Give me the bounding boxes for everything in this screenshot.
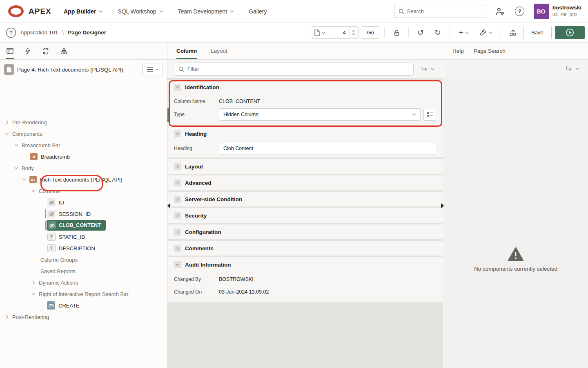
tree-root[interactable]: Page 4: Rich Text documents (PL/SQL API) (0, 61, 167, 79)
page-number-input[interactable] (329, 27, 349, 38)
go-to-group-button[interactable] (566, 66, 579, 72)
tab-help[interactable]: Help (448, 43, 469, 59)
empty-state-message: No components currently selected (474, 266, 557, 272)
page-number-stepper[interactable] (349, 27, 358, 38)
tree-node-rich-text-region[interactable]: Rich Text documents (PL/SQL API) (0, 174, 167, 185)
tree-node-column-session-id[interactable]: SESSION_ID (0, 208, 167, 220)
breadcrumb-separator: \ (62, 29, 64, 36)
redo-button[interactable]: ↻ (431, 26, 445, 39)
up-to-app-icon[interactable] (6, 27, 16, 38)
help-button[interactable]: ? (512, 3, 528, 20)
admin-button[interactable] (492, 3, 508, 20)
user-info[interactable]: bostrowski uc_rte_pro (552, 4, 581, 18)
undo-button[interactable]: ↺ (414, 26, 428, 39)
tab-dynamic-actions[interactable] (20, 43, 36, 59)
interactive-report-icon (29, 176, 37, 183)
oracle-logo-icon (8, 5, 24, 17)
tree-node-body[interactable]: Body (0, 162, 167, 174)
tree-node-saved-reports[interactable]: Saved Reports (0, 265, 167, 277)
splitter-collapse-right[interactable] (441, 203, 446, 208)
go-to-group-button[interactable] (421, 66, 434, 72)
tree-node-components[interactable]: Components (0, 128, 167, 139)
tab-page-shared-components[interactable] (56, 43, 72, 59)
tree-node-column-groups[interactable]: Column Groups (0, 254, 167, 265)
section-advanced-header[interactable]: Advanced (167, 175, 443, 190)
chevron-right-icon (5, 120, 9, 124)
expand-icon[interactable] (174, 229, 181, 236)
hidden-column-icon (47, 210, 56, 218)
tab-page-search[interactable]: Page Search (469, 43, 510, 59)
menu-sql-workshop[interactable]: SQL Workshop (112, 5, 169, 18)
page-picker-button[interactable] (311, 27, 329, 38)
shapes-icon (60, 47, 67, 54)
expand-icon[interactable] (174, 180, 181, 186)
section-server-side-condition-header[interactable]: Server-side Condition (167, 192, 443, 206)
chevron-down-icon (5, 132, 9, 135)
app-header: APEX App Builder SQL Workshop Team Devel… (0, 0, 588, 23)
splitter-collapse-left[interactable] (165, 203, 170, 208)
search-input[interactable] (407, 8, 477, 14)
tab-layout[interactable]: Layout (206, 43, 232, 59)
user-avatar[interactable]: BO (534, 4, 549, 19)
tab-column[interactable]: Column (172, 43, 202, 59)
tree-node-dynamic-actions[interactable]: Dynamic Actions (0, 277, 167, 288)
tree-menu-button[interactable] (143, 63, 163, 76)
section-audit-information-header[interactable]: Audit Information (167, 257, 443, 272)
report-layout-icon (7, 48, 13, 54)
go-button[interactable]: Go (362, 26, 379, 39)
quick-pick-button[interactable] (423, 109, 436, 121)
section-identification-header[interactable]: Identification (167, 80, 443, 94)
radio-list-icon (427, 112, 433, 117)
tree-node-breadcrumb-bar[interactable]: Breadcrumb Bar (0, 139, 167, 151)
run-page-button[interactable] (555, 26, 585, 39)
tab-processing[interactable] (38, 43, 54, 59)
chevron-down-icon (31, 293, 36, 295)
tree-node-create-button[interactable]: CREATE (0, 300, 167, 311)
collapse-icon[interactable] (174, 130, 181, 137)
menu-gallery[interactable]: Gallery (243, 5, 272, 18)
chevron-down-icon (575, 67, 579, 70)
tree-node-column-clob-content[interactable]: CLOB_CONTENT (0, 220, 167, 231)
section-comments-header[interactable]: Comments (167, 241, 443, 256)
rendering-tree-panel: Page 4: Rich Text documents (PL/SQL API)… (0, 43, 167, 368)
lock-button[interactable] (390, 26, 403, 39)
expand-icon[interactable] (174, 212, 181, 219)
tree-node-column-static-id[interactable]: T STATIC_ID (0, 231, 167, 242)
section-layout: Layout (167, 159, 443, 174)
tree-node-post-rendering[interactable]: Post-Rendering (0, 311, 167, 323)
filter-input[interactable] (187, 66, 409, 72)
tab-rendering[interactable] (2, 43, 18, 59)
tree-node-right-of-ir-search-bar[interactable]: Right of Interactive Report Search Bar (0, 288, 167, 300)
collapse-icon[interactable] (174, 261, 181, 268)
tree-node-breadcrumb[interactable]: » Breadcrumb (0, 151, 167, 162)
menu-team-development[interactable]: Team Development (172, 5, 240, 18)
section-security-header[interactable]: Security (167, 208, 443, 223)
text-column-icon: T (47, 233, 56, 241)
menu-app-builder[interactable]: App Builder (58, 5, 109, 18)
tree-node-column-id[interactable]: ID (0, 197, 167, 208)
section-heading-header[interactable]: Heading (167, 126, 443, 141)
tree-node-pre-rendering[interactable]: Pre-Rendering (0, 117, 167, 128)
chevron-down-icon (99, 10, 103, 13)
breadcrumb-application-link[interactable]: Application 101 (20, 29, 58, 36)
field-column-name: Column Name CLOB_CONTENT (167, 96, 443, 107)
search-icon (178, 66, 184, 72)
section-configuration-header[interactable]: Configuration (167, 224, 443, 239)
create-menu-button[interactable]: + (455, 26, 473, 39)
expand-icon[interactable] (174, 196, 181, 203)
collapse-icon[interactable] (174, 84, 181, 91)
type-select[interactable]: Hidden Column (219, 108, 421, 121)
left-panel-tabs (0, 43, 167, 60)
save-button[interactable]: Save (523, 26, 552, 39)
divider (408, 27, 409, 38)
utilities-menu-button[interactable] (476, 26, 496, 39)
brand[interactable]: APEX (0, 5, 54, 17)
tree-node-column-description[interactable]: T DESCRIPTION (0, 242, 167, 254)
expand-icon[interactable] (174, 163, 181, 170)
tree-node-columns[interactable]: Columns (0, 185, 167, 197)
heading-input[interactable] (219, 143, 436, 155)
expand-icon[interactable] (174, 245, 181, 252)
shared-components-button[interactable] (506, 26, 520, 39)
section-advanced: Advanced (167, 175, 443, 190)
section-layout-header[interactable]: Layout (167, 159, 443, 174)
